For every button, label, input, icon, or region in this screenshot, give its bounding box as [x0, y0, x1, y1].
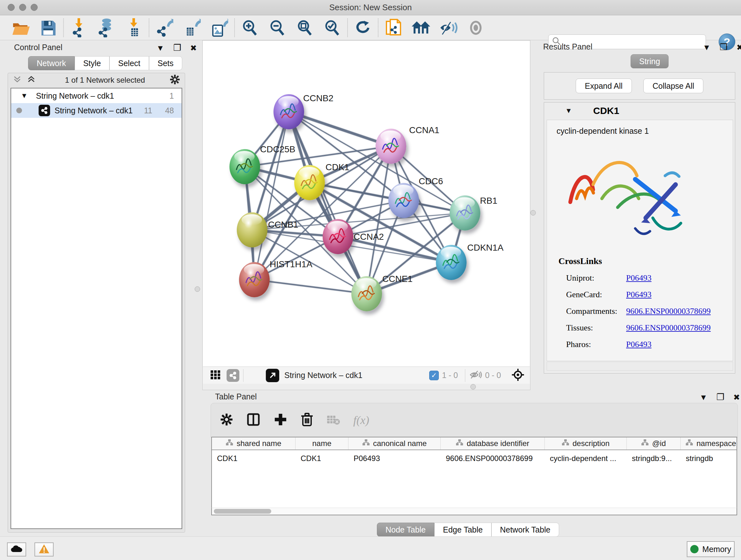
graph-node-ccna1[interactable]	[376, 129, 406, 164]
column-header-canonical-name[interactable]: canonical name	[348, 437, 441, 449]
open-session-icon[interactable]	[7, 17, 35, 38]
column-header-description[interactable]: description	[545, 437, 627, 449]
zoom-in-icon[interactable]	[236, 17, 264, 38]
collapse-all-button[interactable]: Collapse All	[643, 78, 704, 93]
table-cell[interactable]: 9606.ENSP00000378699	[441, 454, 545, 463]
table-cell[interactable]: cyclin-dependent ...	[545, 454, 627, 463]
tab-network-table[interactable]: Network Table	[491, 523, 559, 537]
import-database-icon[interactable]	[92, 17, 120, 38]
save-session-icon[interactable]	[35, 17, 62, 38]
birdseye-grid-icon[interactable]	[210, 369, 221, 381]
graph-node-rb1[interactable]	[450, 195, 480, 231]
zoom-out-icon[interactable]	[264, 17, 291, 38]
protein-expander-icon[interactable]: ▼	[565, 107, 572, 115]
splitter-handle-icon[interactable]	[470, 384, 476, 389]
copy-network-icon[interactable]	[380, 17, 407, 38]
expand-all-networks-icon[interactable]	[26, 75, 36, 85]
export-network-icon[interactable]	[151, 17, 178, 38]
tab-string[interactable]: String	[630, 54, 669, 68]
export-table-icon[interactable]	[178, 17, 205, 38]
table-row[interactable]: CDK1CDK1P064939606.ENSP00000378699cyclin…	[212, 450, 737, 467]
left-splitter-handle-icon[interactable]	[195, 287, 200, 292]
fit-crosshair-icon[interactable]	[511, 368, 525, 383]
graph-node-ccna2[interactable]	[323, 219, 353, 254]
graph-node-cdc25b[interactable]	[229, 149, 260, 184]
collapse-table-icon[interactable]: ▼	[699, 393, 708, 401]
table-cell[interactable]: P06493	[348, 454, 441, 463]
tab-sets[interactable]: Sets	[149, 56, 182, 70]
table-hscrollbar[interactable]	[211, 508, 737, 515]
network-row[interactable]: String Network – cdk1 11 48	[11, 103, 182, 118]
warnings-button[interactable]	[35, 543, 54, 557]
column-header--id[interactable]: @id	[627, 437, 681, 449]
crosslink-link[interactable]: P06493	[626, 340, 651, 349]
float-table-icon[interactable]: ❐	[717, 393, 724, 401]
table-cell[interactable]: CDK1	[295, 454, 348, 463]
tab-select[interactable]: Select	[110, 56, 149, 70]
table-settings-gear-icon[interactable]	[220, 413, 233, 428]
collapse-panel-icon[interactable]: ▼	[156, 44, 164, 52]
cloud-button[interactable]	[7, 543, 26, 557]
table-hscrollbar-thumb[interactable]	[214, 509, 271, 514]
tab-node-table[interactable]: Node Table	[377, 523, 434, 537]
add-column-icon[interactable]	[273, 413, 287, 428]
table-cell[interactable]: stringdb	[681, 454, 741, 463]
graph-node-cdc6[interactable]	[388, 183, 419, 218]
graph-node-ccnb2[interactable]	[273, 94, 304, 129]
view-table-splitter[interactable]	[203, 384, 530, 390]
import-network-icon[interactable]	[65, 17, 92, 38]
column-header-shared-name[interactable]: shared name	[212, 437, 295, 449]
expand-all-button[interactable]: Expand All	[576, 78, 632, 93]
refresh-icon[interactable]	[349, 17, 377, 38]
crosslink-link[interactable]: P06493	[626, 273, 651, 283]
right-splitter-handle-icon[interactable]	[530, 210, 536, 215]
houses-icon[interactable]	[407, 17, 434, 38]
column-header-name[interactable]: name	[295, 437, 348, 449]
graph-node-ccne1[interactable]	[351, 276, 382, 311]
float-panel-icon[interactable]: ❐	[173, 44, 181, 52]
protein-section-header[interactable]: ▼ CDK1	[544, 103, 735, 119]
graph-node-cdk1[interactable]	[294, 165, 325, 200]
close-table-icon[interactable]: ✖	[733, 393, 740, 401]
tab-style[interactable]: Style	[75, 56, 110, 70]
network-canvas[interactable]: CCNB2CCNA1CDC25BCDK1CDC6RB1CCNB1CCNA2CDK…	[203, 41, 530, 367]
crosslink-link[interactable]: P06493	[626, 290, 651, 300]
table-cell[interactable]: stringdb:9...	[627, 454, 681, 463]
memory-button[interactable]: Memory	[687, 541, 735, 557]
close-results-icon[interactable]: ✖	[737, 44, 741, 51]
minimize-window-icon[interactable]	[19, 4, 26, 11]
results-scrollbar[interactable]	[547, 362, 733, 371]
selected-checkbox-icon[interactable]: ✓	[429, 371, 439, 380]
graph-node-ccnb1[interactable]	[237, 212, 267, 247]
tab-edge-table[interactable]: Edge Table	[434, 523, 491, 537]
show-all-icon[interactable]	[462, 17, 489, 38]
close-window-icon[interactable]	[8, 4, 15, 11]
node-label-ccnb2: CCNB2	[303, 93, 333, 104]
network-options-gear-icon[interactable]	[170, 74, 180, 86]
export-image-icon[interactable]	[205, 17, 233, 38]
collapse-all-networks-icon[interactable]	[12, 75, 22, 85]
hidden-eye-icon[interactable]	[469, 370, 482, 381]
collection-expander-icon[interactable]: ▼	[21, 91, 28, 100]
float-results-icon[interactable]: ❐	[720, 43, 728, 52]
network-overview-share-icon[interactable]	[226, 369, 239, 382]
crosslink-link[interactable]: 9606.ENSP00000378699	[626, 323, 711, 333]
delete-column-trash-icon[interactable]	[300, 412, 314, 428]
graph-node-hist1h1a[interactable]	[239, 262, 270, 297]
zoom-selected-icon[interactable]	[319, 17, 346, 38]
table-cell[interactable]: CDK1	[212, 454, 295, 463]
network-collection-row[interactable]: ▼ String Network – cdk1 1	[11, 88, 182, 103]
column-header-namespace[interactable]: namespace	[681, 437, 741, 449]
hide-selected-icon[interactable]	[434, 17, 462, 38]
show-columns-icon[interactable]	[246, 412, 261, 428]
crosslink-link[interactable]: 9606.ENSP00000378699	[626, 307, 711, 316]
open-in-window-icon[interactable]	[266, 369, 279, 382]
column-header-database-identifier[interactable]: database identifier	[441, 437, 545, 449]
zoom-window-icon[interactable]	[30, 4, 38, 11]
graph-node-cdkn1a[interactable]	[436, 245, 467, 280]
zoom-fit-icon[interactable]	[291, 17, 319, 38]
tab-network[interactable]: Network	[28, 56, 75, 70]
import-table-icon[interactable]	[120, 17, 147, 38]
collapse-results-icon[interactable]: ▼	[703, 44, 711, 51]
close-panel-icon[interactable]: ✖	[190, 44, 197, 52]
